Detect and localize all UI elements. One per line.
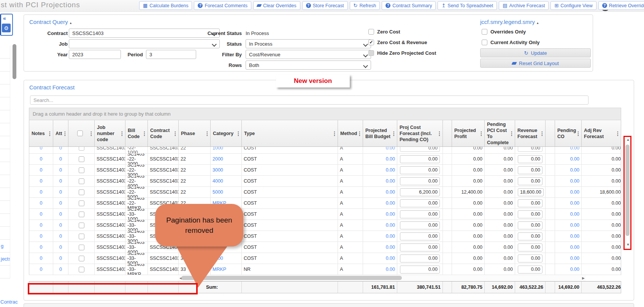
sidebar-item[interactable] (0, 162, 10, 175)
period-input[interactable] (146, 50, 196, 59)
notes-link[interactable]: 0 (40, 167, 43, 173)
pending_co-link[interactable]: 0.00 (570, 245, 579, 250)
row-checkbox[interactable] (79, 223, 84, 228)
column-header-job-number-code[interactable]: Job number code⋮ (95, 120, 125, 146)
notes-link[interactable]: 0 (40, 189, 43, 195)
projected_bill_budget-link[interactable]: 0.00 (386, 167, 395, 173)
revenue_forecast-input[interactable]: 0.00 (518, 266, 542, 274)
pending_co-link[interactable]: 0.00 (570, 189, 579, 195)
column-menu-icon[interactable]: ⋮ (576, 130, 581, 137)
contract-query-title[interactable]: Contract Query▴ (29, 19, 71, 25)
revenue_forecast-input[interactable]: 0.00 (518, 255, 542, 262)
att-link[interactable]: 0 (59, 156, 62, 162)
att-link[interactable]: 0 (59, 147, 62, 151)
column-menu-icon[interactable]: ⋮ (142, 130, 147, 137)
att-link[interactable]: 0 (59, 167, 62, 173)
scroll-right-icon[interactable]: ▶ (582, 276, 585, 280)
revenue_forecast-input[interactable]: 0.00 (518, 199, 542, 207)
toolbar-button-send-to-spreadsheet[interactable]: ↥Send To Spreadsheet (438, 1, 497, 10)
sidebar-item[interactable] (0, 214, 10, 227)
sidebar-item[interactable] (0, 227, 10, 240)
category-link[interactable]: 2000 (213, 156, 223, 162)
column-header-pending-co[interactable]: Pending CO⋮ (555, 120, 582, 146)
column-menu-icon[interactable]: ⋮ (173, 130, 178, 137)
rows-select[interactable]: Both (246, 60, 371, 70)
revenue_forecast-input[interactable]: 0.00 (518, 166, 542, 174)
column-menu-icon[interactable]: ⋮ (437, 130, 442, 137)
column-header-pending-pci-cost-to-complete[interactable]: Pending PCI Cost To Complete⋮ (485, 120, 515, 146)
sidebar-item[interactable] (0, 97, 10, 110)
column-header-notes[interactable]: Notes⋮ (29, 120, 53, 146)
toolbar-button-contract-summary[interactable]: ?Contract Summary (382, 1, 436, 10)
column-header-att[interactable]: Att⋮ (53, 120, 68, 146)
sidebar-item[interactable] (0, 84, 10, 97)
revenue_forecast-input[interactable]: 0.00 (518, 221, 542, 229)
att-link[interactable]: 0 (59, 267, 62, 272)
toolbar-button-refresh[interactable]: ↻Refresh (350, 1, 380, 10)
pending_co-link[interactable]: 0.00 (570, 156, 579, 162)
vertical-scrollbar-thumb[interactable] (625, 145, 630, 236)
column-menu-icon[interactable]: ⋮ (357, 130, 362, 137)
projected_bill_budget-link[interactable]: 0.00 (386, 256, 395, 261)
att-link[interactable]: 0 (59, 200, 62, 206)
sidebar-item[interactable] (0, 149, 10, 162)
proj_cost_forecast-input[interactable]: 0.00 (400, 210, 440, 218)
column-header-method[interactable]: Method⋮ (338, 120, 363, 146)
column-menu-icon[interactable]: ⋮ (89, 130, 94, 137)
sidebar-item[interactable]: jects (0, 253, 10, 266)
group-by-dropzone[interactable]: Drag a column header and drop it here to… (29, 108, 621, 120)
filter-by-select[interactable]: Cost/Revenue (246, 50, 371, 59)
notes-link[interactable]: 0 (40, 178, 43, 184)
proj_cost_forecast-input[interactable]: 0.00 (400, 243, 440, 251)
pending_co-link[interactable]: 0.00 (570, 234, 579, 239)
toolbar-button-archive-forecast[interactable]: ▤Archive Forecast (499, 1, 549, 10)
column-menu-icon[interactable]: ⋮ (205, 130, 210, 137)
sidebar-item[interactable] (0, 188, 10, 201)
att-link[interactable]: 0 (59, 212, 62, 217)
projected_bill_budget-link[interactable]: 0.00 (386, 200, 395, 206)
column-header-select[interactable]: ⋮ (68, 120, 95, 146)
sidebar-item[interactable] (0, 59, 10, 72)
sidebar-item[interactable] (0, 136, 10, 149)
toolbar-button-clear-overrides[interactable]: Clear Overrides (253, 1, 300, 10)
update-button[interactable]: ↻ Update (480, 48, 591, 57)
column-header-type[interactable]: Type⋮ (242, 120, 338, 146)
category-link[interactable]: 4000 (213, 178, 223, 184)
category-link[interactable]: 5000 (213, 189, 223, 195)
toolbar-button-retrieve-overrides[interactable]: ?Retrieve Overrides (598, 1, 644, 10)
proj_cost_forecast-input[interactable]: 0.00 (400, 255, 440, 262)
hide-zero-projected-cost-checkbox[interactable] (368, 50, 374, 56)
toolbar-button-forecast-comments[interactable]: ?Forecast Comments (194, 1, 251, 10)
column-header-phase[interactable]: Phase⋮ (179, 120, 211, 146)
collapse-sidebar-icon[interactable]: « (3, 15, 6, 21)
revenue_forecast-input[interactable]: 0.00 (518, 177, 542, 185)
column-header-category[interactable]: Category⋮ (211, 120, 242, 146)
pending_co-link[interactable]: 0.00 (570, 212, 579, 217)
scroll-up-icon[interactable]: ▲ (626, 138, 630, 142)
sidebar-item[interactable] (0, 175, 10, 188)
search-input[interactable] (30, 95, 588, 105)
revenue_forecast-input[interactable]: 18,600.00 (518, 188, 544, 196)
proj_cost_forecast-input[interactable]: 0.00 (400, 266, 440, 274)
att-link[interactable]: 0 (59, 234, 62, 239)
revenue_forecast-input[interactable]: 0.00 (518, 155, 542, 163)
zero-cost-checkbox[interactable] (368, 29, 374, 35)
sidebar-item[interactable]: g (0, 240, 10, 253)
column-header-contract-code[interactable]: Contract Code⋮ (148, 120, 179, 146)
att-link[interactable]: 0 (59, 178, 62, 184)
notes-link[interactable]: 0 (40, 200, 43, 206)
notes-link[interactable]: 0 (40, 234, 43, 239)
gear-icon[interactable]: ⚙ (2, 24, 11, 32)
row-checkbox[interactable] (79, 167, 84, 173)
notes-link[interactable]: 0 (40, 223, 43, 228)
att-link[interactable]: 0 (59, 245, 62, 250)
column-header-revenue-forecast[interactable]: Revenue Forecast⋮ (515, 120, 546, 146)
att-link[interactable]: 0 (59, 223, 62, 228)
column-menu-icon[interactable]: ⋮ (615, 130, 620, 137)
notes-link[interactable]: 0 (40, 245, 43, 250)
row-checkbox[interactable] (79, 256, 84, 261)
row-checkbox[interactable] (79, 212, 84, 217)
projected_bill_budget-link[interactable]: 0.00 (386, 147, 395, 151)
column-header-adj-rev-forecast[interactable]: Adj Rev Forecast⋮ (582, 120, 621, 146)
projected_bill_budget-link[interactable]: 0.00 (386, 178, 395, 184)
